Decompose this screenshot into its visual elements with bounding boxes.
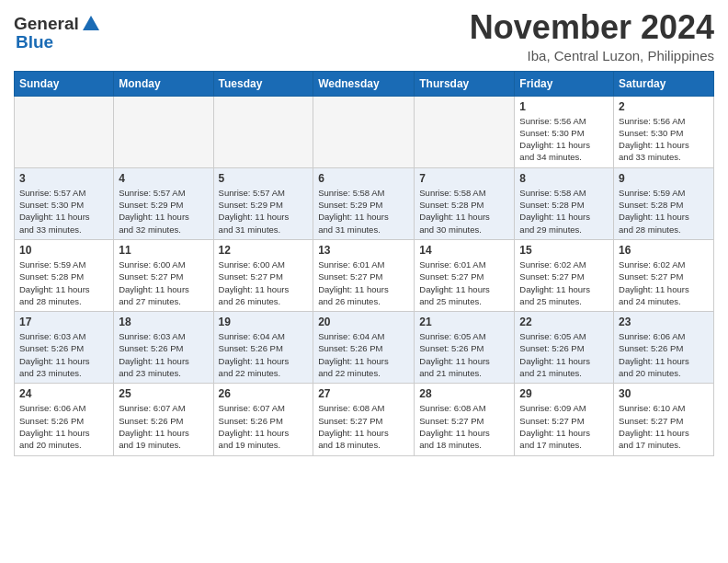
- day-number: 28: [419, 387, 509, 400]
- calendar-table: SundayMondayTuesdayWednesdayThursdayFrid…: [14, 71, 714, 456]
- day-number: 29: [519, 387, 609, 400]
- day-info: Sunrise: 6:04 AM Sunset: 5:26 PM Dayligh…: [318, 330, 409, 379]
- day-info: Sunrise: 5:57 AM Sunset: 5:30 PM Dayligh…: [19, 187, 108, 236]
- calendar-cell: 24Sunrise: 6:06 AM Sunset: 5:26 PM Dayli…: [15, 384, 114, 455]
- day-info: Sunrise: 6:02 AM Sunset: 5:27 PM Dayligh…: [519, 259, 609, 307]
- svg-marker-0: [83, 16, 99, 30]
- calendar-cell: 8Sunrise: 5:58 AM Sunset: 5:28 PM Daylig…: [515, 167, 614, 239]
- day-info: Sunrise: 6:03 AM Sunset: 5:26 PM Dayligh…: [19, 330, 108, 379]
- day-info: Sunrise: 6:04 AM Sunset: 5:26 PM Dayligh…: [219, 330, 309, 379]
- logo-icon: [81, 14, 101, 34]
- day-info: Sunrise: 6:05 AM Sunset: 5:26 PM Dayligh…: [419, 330, 509, 379]
- calendar-cell: 13Sunrise: 6:01 AM Sunset: 5:27 PM Dayli…: [313, 239, 415, 311]
- calendar-week-row: 17Sunrise: 6:03 AM Sunset: 5:26 PM Dayli…: [15, 312, 714, 384]
- logo: General Blue: [14, 9, 101, 52]
- day-number: 1: [519, 100, 609, 113]
- day-number: 23: [619, 316, 709, 328]
- day-number: 9: [619, 172, 709, 185]
- day-info: Sunrise: 6:02 AM Sunset: 5:27 PM Dayligh…: [619, 259, 709, 307]
- day-number: 27: [318, 387, 409, 400]
- calendar-cell: 18Sunrise: 6:03 AM Sunset: 5:26 PM Dayli…: [114, 312, 213, 384]
- calendar-cell: 3Sunrise: 5:57 AM Sunset: 5:30 PM Daylig…: [15, 167, 114, 239]
- day-info: Sunrise: 6:09 AM Sunset: 5:27 PM Dayligh…: [519, 402, 609, 451]
- weekday-header: Sunday: [15, 71, 114, 96]
- calendar-week-row: 10Sunrise: 5:59 AM Sunset: 5:28 PM Dayli…: [15, 239, 714, 311]
- day-info: Sunrise: 5:58 AM Sunset: 5:28 PM Dayligh…: [519, 187, 609, 236]
- day-info: Sunrise: 5:57 AM Sunset: 5:29 PM Dayligh…: [119, 187, 208, 236]
- day-info: Sunrise: 6:05 AM Sunset: 5:26 PM Dayligh…: [519, 330, 609, 379]
- calendar-cell: 7Sunrise: 5:58 AM Sunset: 5:28 PM Daylig…: [415, 167, 515, 239]
- day-number: 24: [19, 387, 108, 400]
- calendar-cell: 2Sunrise: 5:56 AM Sunset: 5:30 PM Daylig…: [614, 96, 714, 167]
- weekday-header: Tuesday: [213, 71, 313, 96]
- day-number: 6: [318, 172, 409, 185]
- day-number: 2: [619, 100, 709, 113]
- day-info: Sunrise: 6:03 AM Sunset: 5:26 PM Dayligh…: [119, 330, 208, 379]
- calendar-cell: 17Sunrise: 6:03 AM Sunset: 5:26 PM Dayli…: [15, 312, 114, 384]
- day-info: Sunrise: 5:59 AM Sunset: 5:28 PM Dayligh…: [19, 259, 108, 307]
- title-area: November 2024 Iba, Central Luzon, Philip…: [470, 9, 714, 63]
- day-number: 16: [619, 244, 709, 257]
- calendar-cell: 22Sunrise: 6:05 AM Sunset: 5:26 PM Dayli…: [515, 312, 614, 384]
- calendar-week-row: 24Sunrise: 6:06 AM Sunset: 5:26 PM Dayli…: [15, 384, 714, 455]
- day-number: 30: [619, 387, 709, 400]
- day-number: 3: [19, 172, 108, 185]
- day-info: Sunrise: 6:06 AM Sunset: 5:26 PM Dayligh…: [619, 330, 709, 379]
- weekday-header: Thursday: [415, 71, 515, 96]
- day-number: 14: [419, 244, 509, 257]
- calendar-cell: 1Sunrise: 5:56 AM Sunset: 5:30 PM Daylig…: [515, 96, 614, 167]
- calendar-cell: [213, 96, 313, 167]
- day-number: 7: [419, 172, 509, 185]
- logo-blue: Blue: [16, 32, 53, 52]
- day-number: 13: [318, 244, 409, 257]
- day-info: Sunrise: 5:56 AM Sunset: 5:30 PM Dayligh…: [519, 115, 609, 164]
- day-info: Sunrise: 6:07 AM Sunset: 5:26 PM Dayligh…: [219, 402, 309, 451]
- calendar-cell: 10Sunrise: 5:59 AM Sunset: 5:28 PM Dayli…: [15, 239, 114, 311]
- weekday-header: Wednesday: [313, 71, 415, 96]
- weekday-header: Monday: [114, 71, 213, 96]
- day-number: 19: [219, 316, 309, 328]
- day-number: 20: [318, 316, 409, 328]
- day-info: Sunrise: 5:59 AM Sunset: 5:28 PM Dayligh…: [619, 187, 709, 236]
- day-info: Sunrise: 6:01 AM Sunset: 5:27 PM Dayligh…: [419, 259, 509, 307]
- logo-general: General: [14, 14, 79, 34]
- day-info: Sunrise: 5:56 AM Sunset: 5:30 PM Dayligh…: [619, 115, 709, 164]
- day-number: 4: [119, 172, 208, 185]
- calendar-cell: 16Sunrise: 6:02 AM Sunset: 5:27 PM Dayli…: [614, 239, 714, 311]
- day-number: 21: [419, 316, 509, 328]
- day-info: Sunrise: 5:57 AM Sunset: 5:29 PM Dayligh…: [219, 187, 309, 236]
- day-info: Sunrise: 6:01 AM Sunset: 5:27 PM Dayligh…: [318, 259, 409, 307]
- day-info: Sunrise: 6:08 AM Sunset: 5:27 PM Dayligh…: [419, 402, 509, 451]
- calendar-cell: 9Sunrise: 5:59 AM Sunset: 5:28 PM Daylig…: [614, 167, 714, 239]
- calendar-cell: 4Sunrise: 5:57 AM Sunset: 5:29 PM Daylig…: [114, 167, 213, 239]
- day-number: 12: [219, 244, 309, 257]
- calendar-cell: 15Sunrise: 6:02 AM Sunset: 5:27 PM Dayli…: [515, 239, 614, 311]
- calendar-cell: [313, 96, 415, 167]
- page: General Blue November 2024 Iba, Central …: [0, 0, 728, 470]
- day-number: 10: [19, 244, 108, 257]
- day-number: 25: [119, 387, 208, 400]
- month-title: November 2024: [470, 9, 714, 46]
- calendar-cell: 25Sunrise: 6:07 AM Sunset: 5:26 PM Dayli…: [114, 384, 213, 455]
- calendar-header-row: SundayMondayTuesdayWednesdayThursdayFrid…: [15, 71, 714, 96]
- calendar-cell: 5Sunrise: 5:57 AM Sunset: 5:29 PM Daylig…: [213, 167, 313, 239]
- day-info: Sunrise: 6:00 AM Sunset: 5:27 PM Dayligh…: [119, 259, 208, 307]
- day-info: Sunrise: 5:58 AM Sunset: 5:29 PM Dayligh…: [318, 187, 409, 236]
- calendar-cell: [114, 96, 213, 167]
- header: General Blue November 2024 Iba, Central …: [14, 9, 714, 63]
- calendar-cell: 30Sunrise: 6:10 AM Sunset: 5:27 PM Dayli…: [614, 384, 714, 455]
- day-number: 17: [19, 316, 108, 328]
- location: Iba, Central Luzon, Philippines: [470, 48, 714, 63]
- day-info: Sunrise: 6:00 AM Sunset: 5:27 PM Dayligh…: [219, 259, 309, 307]
- day-info: Sunrise: 6:08 AM Sunset: 5:27 PM Dayligh…: [318, 402, 409, 451]
- day-number: 15: [519, 244, 609, 257]
- calendar-cell: 23Sunrise: 6:06 AM Sunset: 5:26 PM Dayli…: [614, 312, 714, 384]
- weekday-header: Friday: [515, 71, 614, 96]
- calendar-cell: 21Sunrise: 6:05 AM Sunset: 5:26 PM Dayli…: [415, 312, 515, 384]
- day-info: Sunrise: 5:58 AM Sunset: 5:28 PM Dayligh…: [419, 187, 509, 236]
- calendar-week-row: 3Sunrise: 5:57 AM Sunset: 5:30 PM Daylig…: [15, 167, 714, 239]
- weekday-header: Saturday: [614, 71, 714, 96]
- calendar-cell: [415, 96, 515, 167]
- day-info: Sunrise: 6:10 AM Sunset: 5:27 PM Dayligh…: [619, 402, 709, 451]
- day-info: Sunrise: 6:06 AM Sunset: 5:26 PM Dayligh…: [19, 402, 108, 451]
